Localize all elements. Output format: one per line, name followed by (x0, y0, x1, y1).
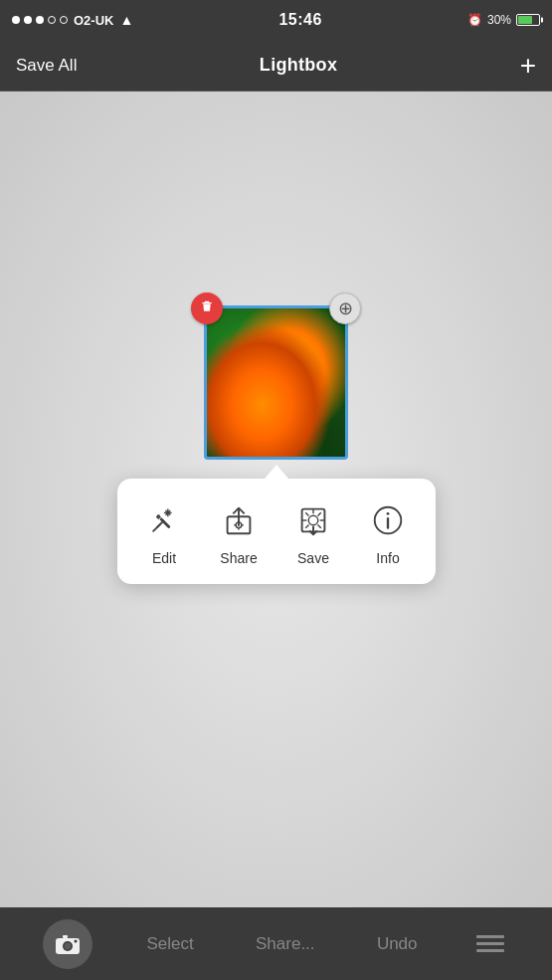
share-icon (217, 498, 261, 542)
share-toolbar-button[interactable]: Share... (248, 926, 323, 962)
status-right: ⏰ 30% (467, 13, 540, 27)
status-time: 15:46 (278, 11, 321, 29)
svg-line-31 (305, 512, 308, 515)
dot-2 (24, 16, 32, 24)
edit-icon (142, 498, 186, 542)
save-action[interactable]: Save (276, 494, 351, 570)
image-popup-container: ⊕ (117, 300, 436, 584)
bottom-toolbar: Select Share... Undo (0, 907, 552, 980)
zoom-button[interactable]: ⊕ (329, 293, 361, 324)
dot-4 (48, 16, 56, 24)
svg-point-41 (65, 942, 72, 949)
dot-3 (36, 16, 44, 24)
svg-rect-6 (205, 301, 209, 303)
main-content: ⊕ (0, 92, 552, 907)
info-icon (366, 498, 410, 542)
battery-icon (516, 14, 540, 26)
status-left: O2-UK ▲ (12, 12, 133, 28)
popup-arrow (265, 465, 288, 479)
edit-action[interactable]: Edit (127, 494, 202, 570)
menu-button[interactable] (471, 929, 509, 959)
info-action[interactable]: Info (351, 494, 426, 570)
wifi-icon: ▲ (119, 12, 133, 28)
dot-1 (12, 16, 20, 24)
save-label: Save (297, 550, 329, 566)
carrier-name: O2-UK (74, 13, 113, 28)
nav-bar: Save All Lightbox + (0, 40, 552, 92)
save-icon (291, 498, 335, 542)
svg-point-43 (75, 939, 78, 942)
rose-image (207, 308, 345, 457)
svg-line-33 (317, 512, 320, 515)
share-label: Share (220, 550, 257, 566)
edit-label: Edit (152, 550, 176, 566)
battery-percent: 30% (487, 13, 511, 27)
status-bar: O2-UK ▲ 15:46 ⏰ 30% (0, 0, 552, 40)
zoom-in-icon: ⊕ (338, 299, 353, 317)
alarm-icon: ⏰ (467, 13, 482, 27)
svg-line-34 (305, 524, 308, 527)
undo-button[interactable]: Undo (369, 926, 426, 962)
svg-rect-42 (63, 935, 68, 938)
signal-dots (12, 16, 68, 24)
svg-point-38 (387, 512, 390, 515)
svg-point-26 (308, 515, 318, 525)
trash-icon (199, 298, 215, 318)
add-button[interactable]: + (520, 52, 536, 80)
dot-5 (60, 16, 68, 24)
photo-thumbnail[interactable] (204, 305, 348, 460)
share-action[interactable]: Share (202, 494, 276, 570)
action-popup: Edit Share (117, 479, 436, 584)
nav-title: Lightbox (260, 55, 337, 76)
save-all-button[interactable]: Save All (16, 56, 77, 76)
svg-line-32 (317, 524, 320, 527)
menu-line-2 (476, 942, 504, 945)
select-button[interactable]: Select (138, 926, 201, 962)
menu-line-3 (476, 949, 504, 952)
info-label: Info (376, 550, 399, 566)
menu-line-1 (476, 935, 504, 938)
photo-card: ⊕ (199, 300, 353, 465)
camera-button[interactable] (43, 919, 92, 969)
battery-fill (518, 16, 532, 24)
delete-button[interactable] (191, 293, 223, 324)
